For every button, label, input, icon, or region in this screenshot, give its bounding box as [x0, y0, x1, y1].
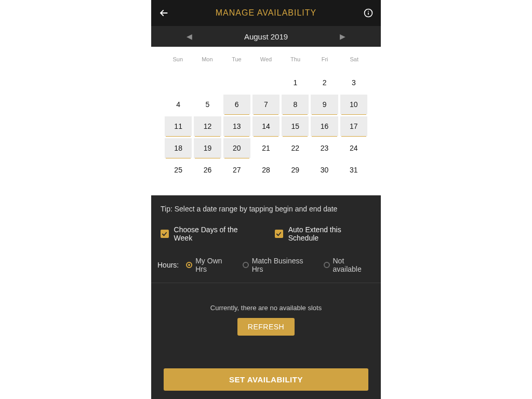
calendar-empty-cell: [252, 73, 280, 92]
settings-panel: Tip: Select a date range by tapping begi…: [151, 195, 381, 399]
calendar-day[interactable]: 9: [311, 95, 338, 114]
calendar-day[interactable]: 4: [165, 95, 192, 114]
radio-icon: [186, 262, 192, 268]
weekday-label: Wed: [253, 56, 280, 62]
calendar-day[interactable]: 12: [194, 116, 221, 136]
hours-option-label: Match Business Hrs: [252, 257, 316, 273]
info-icon[interactable]: [363, 8, 374, 18]
calendar-grid: 1234567891011121314151617181920212223242…: [165, 73, 367, 180]
calendar-day[interactable]: 11: [165, 116, 192, 136]
calendar-day[interactable]: 8: [282, 95, 309, 114]
month-label: August 2019: [244, 32, 288, 41]
hours-option[interactable]: Match Business Hrs: [243, 257, 316, 273]
calendar-day[interactable]: 10: [340, 95, 367, 114]
app-screen: MANAGE AVAILABILITY ◀ August 2019 ▶ SunM…: [151, 0, 381, 399]
weekday-label: Fri: [312, 56, 338, 62]
calendar-empty-cell: [194, 73, 221, 92]
choose-days-label: Choose Days of the Week: [174, 225, 256, 242]
calendar-day[interactable]: 19: [194, 138, 221, 158]
radio-icon: [243, 262, 249, 268]
calendar-day[interactable]: 1: [282, 73, 309, 92]
calendar-day[interactable]: 16: [311, 116, 338, 136]
calendar-day[interactable]: 31: [340, 160, 367, 180]
calendar-day[interactable]: 3: [340, 73, 367, 92]
calendar-day[interactable]: 28: [252, 160, 280, 180]
calendar-day[interactable]: 23: [311, 138, 338, 158]
calendar-empty-cell: [165, 73, 192, 92]
calendar-empty-cell: [223, 73, 250, 92]
calendar-day[interactable]: 14: [252, 116, 280, 136]
calendar-day[interactable]: 13: [223, 116, 250, 136]
hours-option[interactable]: My Own Hrs: [186, 257, 235, 273]
weekday-label: Sun: [165, 56, 191, 62]
auto-extend-checkbox[interactable]: Auto Extend this Schedule: [275, 225, 371, 242]
calendar-day[interactable]: 6: [223, 95, 250, 114]
slots-area: Currently, there are no available slots …: [151, 283, 381, 360]
calendar-day[interactable]: 20: [223, 138, 250, 158]
tip-text: Tip: Select a date range by tapping begi…: [151, 195, 381, 220]
hours-option[interactable]: Not available: [324, 257, 375, 273]
hours-options: My Own HrsMatch Business HrsNot availabl…: [186, 257, 375, 273]
next-month-icon[interactable]: ▶: [340, 32, 345, 41]
calendar-day[interactable]: 7: [252, 95, 280, 114]
refresh-button[interactable]: REFRESH: [237, 318, 295, 336]
hours-row: Hours: My Own HrsMatch Business HrsNot a…: [151, 254, 381, 283]
month-navigator: ◀ August 2019 ▶: [151, 26, 381, 47]
checkbox-row: Choose Days of the Week Auto Extend this…: [151, 220, 381, 254]
back-arrow-icon[interactable]: [158, 8, 169, 18]
weekday-label: Thu: [282, 56, 309, 62]
weekday-label: Sat: [341, 56, 367, 62]
hours-option-label: Not available: [333, 257, 375, 273]
calendar-day[interactable]: 5: [194, 95, 221, 114]
calendar-day[interactable]: 21: [252, 138, 280, 158]
weekday-label: Mon: [194, 56, 221, 62]
calendar-day[interactable]: 26: [194, 160, 221, 180]
weekday-label: Tue: [223, 56, 250, 62]
calendar-day[interactable]: 2: [311, 73, 338, 92]
calendar-day[interactable]: 17: [340, 116, 367, 136]
no-slots-text: Currently, there are no available slots: [210, 304, 322, 312]
choose-days-checkbox[interactable]: Choose Days of the Week: [161, 225, 256, 242]
svg-point-3: [368, 11, 369, 12]
auto-extend-label: Auto Extend this Schedule: [288, 225, 371, 242]
calendar-day[interactable]: 29: [282, 160, 309, 180]
page-title: MANAGE AVAILABILITY: [216, 8, 316, 18]
calendar-day[interactable]: 18: [165, 138, 192, 158]
calendar-day[interactable]: 27: [223, 160, 250, 180]
app-header: MANAGE AVAILABILITY: [151, 0, 381, 26]
hours-option-label: My Own Hrs: [195, 257, 235, 273]
set-availability-wrap: SET AVAILABILITY: [151, 360, 381, 399]
checkbox-checked-icon: [275, 230, 283, 238]
calendar-day[interactable]: 24: [340, 138, 367, 158]
calendar-day[interactable]: 30: [311, 160, 338, 180]
calendar-day[interactable]: 15: [282, 116, 309, 136]
calendar-day[interactable]: 25: [165, 160, 192, 180]
set-availability-button[interactable]: SET AVAILABILITY: [164, 368, 368, 391]
prev-month-icon[interactable]: ◀: [187, 32, 192, 41]
calendar: SunMonTueWedThuFriSat 123456789101112131…: [151, 47, 381, 195]
hours-label: Hours:: [157, 261, 179, 269]
radio-icon: [324, 262, 330, 268]
checkbox-checked-icon: [161, 230, 169, 238]
calendar-day[interactable]: 22: [282, 138, 309, 158]
weekday-header-row: SunMonTueWedThuFriSat: [165, 56, 367, 62]
